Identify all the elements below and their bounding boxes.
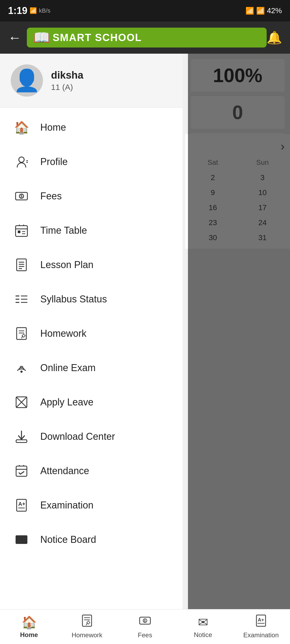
syllabus-icon — [13, 291, 30, 307]
status-left: 1:19 📶 kB/s — [8, 5, 50, 16]
svg-point-28 — [20, 371, 23, 373]
menu-item-lessonplan[interactable]: Lesson Plan — [0, 248, 183, 282]
nav-homework-icon — [81, 614, 93, 630]
logo-book-icon: 📖 — [33, 30, 50, 45]
drawer-profile: 👤 diksha 11 (A) — [0, 54, 183, 108]
menu-item-profile[interactable]: Profile — [0, 145, 183, 179]
applyleave-icon — [13, 394, 30, 410]
attendance-icon — [13, 463, 30, 479]
status-right: 📶 📶 42% — [245, 6, 282, 15]
nav-examination-icon: A+ — [255, 614, 267, 630]
nav-item-homework[interactable]: Homework — [63, 614, 111, 639]
status-time: 1:19 — [8, 5, 27, 16]
menu-item-home[interactable]: 🏠 Home — [0, 110, 183, 145]
noticeboard-icon — [13, 532, 30, 548]
svg-rect-42 — [82, 615, 92, 626]
menu-label-applyleave: Apply Leave — [40, 397, 93, 408]
menu-item-applyleave[interactable]: Apply Leave — [0, 385, 183, 419]
downloadcenter-icon — [13, 429, 30, 445]
menu-item-attendance[interactable]: Attendance — [0, 454, 183, 488]
profile-icon — [13, 154, 30, 170]
menu-item-timetable[interactable]: Time Table — [0, 213, 183, 248]
data-icon: kB/s — [39, 7, 50, 14]
menu-item-syllabus[interactable]: Syllabus Status — [0, 282, 183, 316]
svg-rect-32 — [16, 440, 27, 442]
nav-item-examination[interactable]: A+ Examination — [237, 614, 285, 639]
nav-home-icon: 🏠 — [21, 615, 37, 630]
bottom-navigation: 🏠 Home Homework $ Fees ✉ Notice — [0, 609, 290, 644]
timetable-icon — [13, 222, 30, 239]
wifi-icon: 📶 — [245, 7, 254, 15]
signal-icon: 📶 — [256, 7, 265, 15]
nav-item-home[interactable]: 🏠 Home — [5, 615, 53, 639]
app-title: SMART SCHOOL — [53, 32, 142, 43]
home-icon: 🏠 — [13, 119, 30, 136]
onlineexam-icon — [13, 360, 30, 376]
menu-label-examination: Examination — [40, 500, 93, 511]
menu-label-noticeboard: Notice Board — [40, 534, 96, 545]
svg-point-0 — [19, 157, 24, 162]
status-bar: 1:19 📶 kB/s 📶 📶 42% — [0, 0, 290, 21]
menu-label-lessonplan: Lesson Plan — [40, 259, 93, 270]
avatar: 👤 — [11, 64, 43, 97]
lessonplan-icon — [13, 257, 30, 273]
menu-item-fees[interactable]: $ Fees — [0, 179, 183, 213]
svg-line-27 — [21, 336, 23, 338]
nav-notice-icon: ✉ — [198, 615, 208, 630]
app-bar: ← 📖 SMART SCHOOL 🔔 — [0, 21, 290, 54]
menu-item-homework[interactable]: Homework — [0, 316, 183, 351]
nav-fees-label: Fees — [138, 631, 152, 639]
drawer-menu: 🏠 Home Profile — [0, 108, 183, 609]
menu-label-home: Home — [40, 122, 66, 133]
menu-label-syllabus: Syllabus Status — [40, 294, 107, 305]
fees-icon: $ — [13, 188, 30, 204]
svg-text:A+: A+ — [258, 617, 264, 623]
nav-examination-label: Examination — [243, 631, 279, 639]
svg-rect-10 — [18, 230, 20, 233]
svg-line-45 — [86, 623, 87, 625]
menu-label-onlineexam: Online Exam — [40, 362, 96, 374]
homework-icon — [13, 325, 30, 342]
nav-home-label: Home — [20, 631, 38, 639]
profile-class: 11 (A) — [51, 83, 83, 92]
svg-rect-6 — [16, 226, 27, 236]
menu-label-downloadcenter: Download Center — [40, 431, 115, 442]
nav-notice-label: Notice — [194, 631, 212, 639]
drawer-backdrop[interactable] — [188, 54, 290, 609]
battery-level: 42% — [267, 6, 282, 15]
profile-info: diksha 11 (A) — [51, 69, 83, 92]
menu-item-examination[interactable]: A+ Examination — [0, 488, 183, 522]
speed-icon: 📶 — [30, 7, 37, 14]
avatar-icon: 👤 — [13, 68, 40, 93]
nav-item-fees[interactable]: $ Fees — [121, 614, 169, 639]
menu-label-homework: Homework — [40, 328, 86, 339]
nav-homework-label: Homework — [72, 631, 103, 639]
svg-text:$: $ — [144, 619, 146, 623]
notification-button[interactable]: 🔔 — [267, 30, 282, 45]
nav-item-notice[interactable]: ✉ Notice — [179, 615, 227, 639]
menu-label-fees: Fees — [40, 191, 62, 202]
main-content: 100% 0 0 › Sat Sun 2 3 9 10 — [0, 54, 290, 609]
app-logo: 📖 SMART SCHOOL — [27, 28, 267, 47]
examination-icon: A+ — [13, 497, 30, 513]
menu-label-attendance: Attendance — [40, 465, 89, 477]
svg-text:A+: A+ — [18, 501, 25, 507]
menu-item-onlineexam[interactable]: Online Exam — [0, 351, 183, 385]
navigation-drawer: 👤 diksha 11 (A) 🏠 Home — [0, 54, 183, 609]
menu-label-timetable: Time Table — [40, 225, 87, 236]
menu-label-profile: Profile — [40, 156, 68, 167]
svg-rect-33 — [16, 466, 27, 476]
profile-name: diksha — [51, 69, 83, 81]
nav-fees-icon: $ — [139, 614, 151, 630]
menu-item-noticeboard[interactable]: Notice Board — [0, 522, 183, 557]
menu-item-downloadcenter[interactable]: Download Center — [0, 419, 183, 454]
svg-text:$: $ — [20, 194, 23, 198]
back-button[interactable]: ← — [8, 30, 21, 45]
